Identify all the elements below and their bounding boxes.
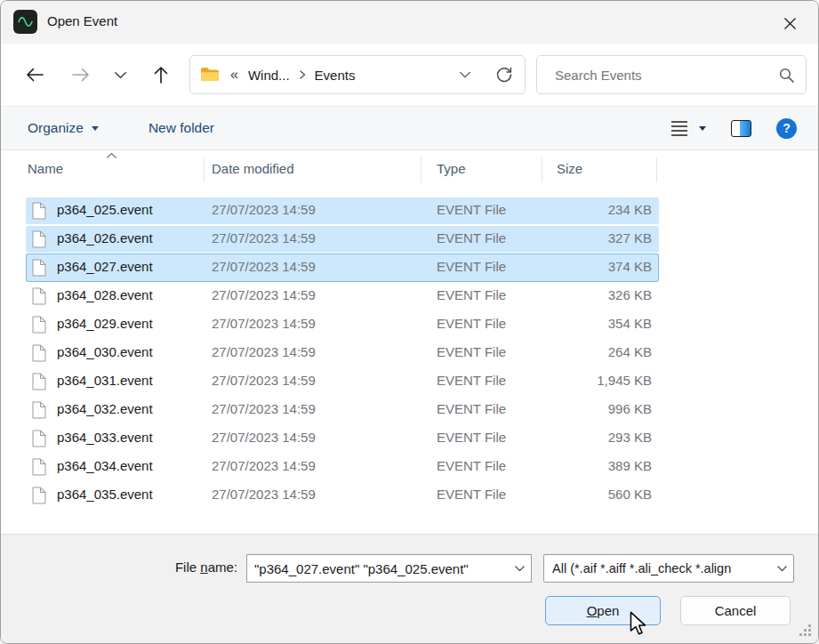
column-divider[interactable] bbox=[204, 157, 205, 182]
search-input[interactable] bbox=[553, 67, 778, 84]
date-modified-cell: 27/07/2023 14:59 bbox=[212, 259, 316, 274]
file-row[interactable]: p364_025.event 27/07/2023 14:59 EVENT Fi… bbox=[26, 197, 659, 225]
back-arrow-icon bbox=[24, 64, 45, 85]
size-cell: 327 KB bbox=[608, 230, 652, 246]
type-cell: EVENT File bbox=[437, 287, 506, 302]
up-button[interactable] bbox=[148, 61, 174, 88]
type-cell: EVENT File bbox=[437, 202, 506, 217]
organize-label: Organize bbox=[28, 120, 84, 136]
file-name-cell: p364_025.event bbox=[57, 202, 153, 217]
file-name-cell: p364_027.event bbox=[57, 259, 153, 274]
size-cell: 996 KB bbox=[608, 401, 652, 416]
file-row[interactable]: p364_026.event 27/07/2023 14:59 EVENT Fi… bbox=[26, 225, 659, 254]
file-name-label: File name: bbox=[175, 559, 237, 575]
file-icon bbox=[32, 287, 46, 308]
sine-wave-icon bbox=[16, 12, 35, 31]
type-cell: EVENT File bbox=[437, 430, 506, 445]
file-row[interactable]: p364_032.event 27/07/2023 14:59 EVENT Fi… bbox=[26, 396, 659, 424]
column-divider[interactable] bbox=[421, 157, 422, 182]
column-header-type[interactable]: Type bbox=[437, 161, 466, 176]
file-icon bbox=[32, 259, 46, 279]
file-name-cell: p364_032.event bbox=[57, 401, 153, 416]
list-view-icon bbox=[669, 118, 690, 138]
file-row[interactable]: p364_028.event 27/07/2023 14:59 EVENT Fi… bbox=[26, 282, 659, 310]
chevron-down-icon bbox=[113, 68, 128, 83]
column-header-name[interactable]: Name bbox=[28, 161, 63, 176]
organize-button[interactable]: Organize bbox=[28, 120, 99, 136]
file-row[interactable]: p364_033.event 27/07/2023 14:59 EVENT Fi… bbox=[26, 424, 659, 453]
file-row[interactable]: p364_030.event 27/07/2023 14:59 EVENT Fi… bbox=[26, 339, 659, 367]
preview-pane-button[interactable] bbox=[731, 115, 751, 141]
size-cell: 264 KB bbox=[608, 344, 652, 359]
refresh-button[interactable] bbox=[491, 61, 518, 88]
file-name-combo bbox=[246, 554, 532, 583]
date-modified-cell: 27/07/2023 14:59 bbox=[212, 344, 316, 359]
file-row[interactable]: p364_031.event 27/07/2023 14:59 EVENT Fi… bbox=[26, 367, 659, 396]
chevron-down-icon bbox=[458, 68, 472, 82]
file-name-cell: p364_030.event bbox=[57, 344, 153, 359]
resize-grip[interactable] bbox=[799, 624, 812, 637]
file-name-cell: p364_033.event bbox=[57, 430, 153, 445]
file-row[interactable]: p364_035.event 27/07/2023 14:59 EVENT Fi… bbox=[26, 481, 659, 510]
date-modified-cell: 27/07/2023 14:59 bbox=[212, 401, 316, 416]
folder-icon bbox=[200, 67, 220, 83]
type-cell: EVENT File bbox=[437, 401, 506, 416]
breadcrumb-overflow[interactable]: « bbox=[230, 67, 238, 83]
column-divider[interactable] bbox=[656, 157, 657, 182]
cancel-button[interactable]: Cancel bbox=[680, 596, 791, 625]
size-cell: 354 KB bbox=[608, 316, 652, 331]
file-row[interactable]: p364_027.event 27/07/2023 14:59 EVENT Fi… bbox=[26, 254, 659, 282]
help-button[interactable]: ? bbox=[776, 115, 797, 141]
file-name-input[interactable] bbox=[247, 561, 508, 576]
recent-locations-button[interactable] bbox=[107, 61, 133, 88]
date-modified-cell: 27/07/2023 14:59 bbox=[212, 230, 316, 246]
file-type-select[interactable]: All (*.aif *.aiff *.ali_check *.align bbox=[543, 554, 794, 583]
file-type-dropdown-button[interactable] bbox=[770, 555, 793, 582]
file-row[interactable]: p364_029.event 27/07/2023 14:59 EVENT Fi… bbox=[26, 310, 659, 339]
size-cell: 293 KB bbox=[608, 430, 652, 445]
dialog-footer: File name: All (*.aif *.aiff *.ali_check… bbox=[1, 534, 818, 643]
date-modified-cell: 27/07/2023 14:59 bbox=[212, 316, 316, 331]
help-icon: ? bbox=[776, 118, 797, 139]
file-icon bbox=[32, 202, 46, 222]
view-dropdown-button[interactable] bbox=[699, 115, 706, 141]
file-name-dropdown-button[interactable] bbox=[508, 555, 531, 582]
type-cell: EVENT File bbox=[437, 316, 506, 331]
file-name-cell: p364_026.event bbox=[57, 230, 153, 246]
address-bar[interactable]: « Wind... Events bbox=[189, 55, 526, 94]
file-icon bbox=[32, 401, 46, 422]
search-box bbox=[536, 55, 807, 94]
open-button[interactable]: Open bbox=[545, 596, 661, 625]
file-list: p364_025.event 27/07/2023 14:59 EVENT Fi… bbox=[1, 190, 818, 535]
date-modified-cell: 27/07/2023 14:59 bbox=[212, 202, 316, 217]
preview-pane-icon bbox=[731, 120, 751, 137]
address-dropdown-button[interactable] bbox=[452, 61, 478, 88]
column-header-size[interactable]: Size bbox=[557, 161, 582, 176]
new-folder-button[interactable]: New folder bbox=[149, 120, 214, 136]
column-header-date-modified[interactable]: Date modified bbox=[212, 161, 294, 176]
breadcrumb-item-current[interactable]: Events bbox=[313, 68, 357, 83]
file-name-cell: p364_028.event bbox=[57, 287, 153, 302]
forward-button[interactable] bbox=[68, 61, 94, 88]
close-button[interactable] bbox=[770, 7, 809, 39]
file-icon bbox=[32, 458, 46, 479]
chevron-down-icon bbox=[514, 565, 526, 573]
title-bar: Open Event bbox=[1, 1, 818, 44]
window-title: Open Event bbox=[47, 13, 117, 28]
type-cell: EVENT File bbox=[437, 373, 506, 388]
close-icon bbox=[783, 17, 797, 30]
date-modified-cell: 27/07/2023 14:59 bbox=[212, 373, 316, 388]
file-name-cell: p364_035.event bbox=[57, 487, 153, 502]
column-divider[interactable] bbox=[542, 157, 542, 182]
size-cell: 374 KB bbox=[608, 259, 652, 274]
size-cell: 1,945 KB bbox=[597, 373, 652, 388]
type-cell: EVENT File bbox=[437, 487, 506, 502]
chevron-down-icon bbox=[699, 126, 706, 131]
back-button[interactable] bbox=[21, 61, 48, 88]
breadcrumb-item-parent[interactable]: Wind... bbox=[246, 68, 292, 83]
up-arrow-icon bbox=[150, 64, 172, 85]
view-mode-button[interactable] bbox=[669, 115, 690, 141]
chevron-right-icon bbox=[297, 69, 308, 80]
type-cell: EVENT File bbox=[437, 344, 506, 359]
file-row[interactable]: p364_034.event 27/07/2023 14:59 EVENT Fi… bbox=[26, 453, 659, 481]
